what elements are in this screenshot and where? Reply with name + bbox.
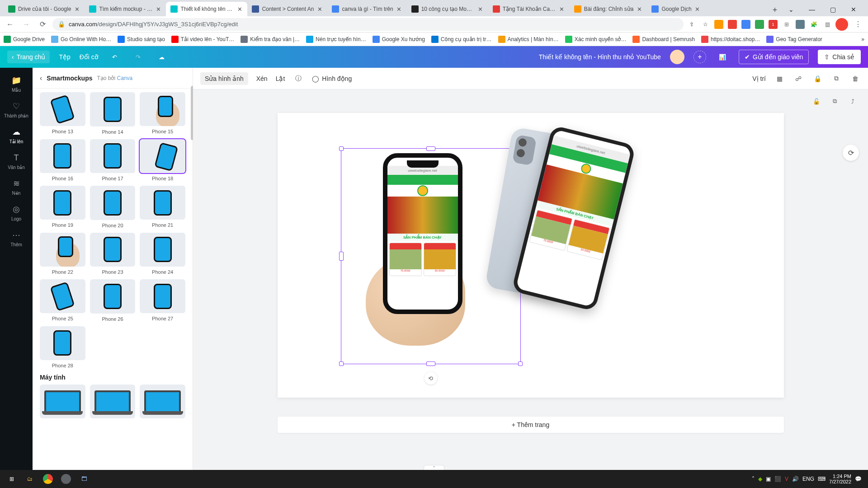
panel-back-button[interactable]: ‹ [40,74,42,82]
add-page-button[interactable]: + Thêm trang [278,417,784,433]
resize-menu[interactable]: Đổi cỡ [80,53,99,61]
add-member-button[interactable]: + [693,51,706,63]
mockup-item-laptop[interactable] [140,385,185,419]
nav-back-button[interactable]: ← [4,18,16,31]
user-avatar[interactable] [670,50,684,64]
tray-nvidia-icon[interactable]: ◆ [758,476,762,482]
panel-author-link[interactable]: Canva [117,75,133,81]
tray-antivirus-icon[interactable]: V [785,476,788,482]
ext-icon[interactable] [728,20,737,29]
lock-icon[interactable]: 🔒 [812,73,823,84]
mockup-item[interactable]: Phone 25 [40,279,85,322]
mockup-item[interactable]: Phone 16 [40,139,85,182]
resize-handle-n[interactable] [426,146,435,151]
mockup-item[interactable]: Phone 18 [140,139,185,182]
tab-close-button[interactable]: ✕ [477,6,484,12]
resize-handle-s[interactable] [426,361,435,366]
browser-tab[interactable]: canva là gì - Tìm trên✕ [327,2,406,16]
mockup-item[interactable]: Phone 22 [40,233,85,275]
send-to-teacher-button[interactable]: ✔Gửi đến giáo viên [739,50,809,64]
panel-content[interactable]: Phone 13Phone 14Phone 15Phone 16Phone 17… [33,89,193,470]
taskbar-chrome-canary-icon[interactable] [57,470,75,488]
browser-tab[interactable]: Thiết kế không tên - H✕ [166,2,247,16]
document-title[interactable]: Thiết kế không tên - Hình thu nhỏ YouTub… [539,53,661,61]
ext-icon[interactable]: 1 [769,20,778,29]
browser-tab[interactable]: Drive của tôi - Google✕ [4,2,85,16]
file-menu[interactable]: Tệp [59,53,70,61]
link-icon[interactable]: ☍ [793,73,804,84]
bookmark-item[interactable]: https://doitac.shop… [701,36,760,43]
taskbar-chrome-icon[interactable] [39,470,57,488]
canvas-area[interactable]: Sửa hình ảnh Xén Lật ⓘ ◯Hình động Vị trí… [193,68,868,470]
bookmark-item[interactable]: Dashboard | Semrush [632,36,695,43]
url-input[interactable]: 🔒 canva.com/design/DAFHIhgjY5Y/vJ3gWS_3S… [52,18,684,31]
ext-icon[interactable] [741,20,750,29]
bookmark-item[interactable]: Nén trực tuyến hìn… [306,36,366,43]
info-icon[interactable]: ⓘ [293,73,304,84]
rail-item-thêm[interactable]: ⋯Thêm [0,226,33,251]
new-tab-button[interactable]: + [769,4,781,16]
design-page[interactable]: ⟲ uiwebsitegiare.net SẢN PHẨM BÁN CHẠY 7… [278,113,784,398]
rail-item-tải lên[interactable]: ☁Tải lên [0,123,33,148]
profile-avatar-button[interactable] [835,18,848,31]
edit-image-button[interactable]: Sửa hình ảnh [200,72,248,85]
tray-notifications-icon[interactable]: 💬 [855,476,862,482]
bookmark-item[interactable]: Analytics | Màn hìn… [498,36,559,43]
nav-reload-button[interactable]: ⟳ [36,18,49,31]
tab-close-button[interactable]: ✕ [236,6,243,12]
ext-icon[interactable] [796,20,805,29]
tray-icon[interactable]: ▣ [766,476,771,482]
tray-up-icon[interactable]: ˄ [752,476,755,482]
animate-button[interactable]: ◯Hình động [312,75,352,82]
ext-icon[interactable]: ⊞ [782,20,791,29]
analytics-icon[interactable]: 📊 [715,50,730,64]
mockup-item[interactable]: Phone 28 [40,326,85,368]
window-maximize-button[interactable]: ▢ [823,3,843,16]
position-button[interactable]: Vị trí [752,75,766,82]
tray-keyboard-icon[interactable]: ⌨ [818,476,826,482]
mockup-phone-hand[interactable]: uiwebsitegiare.net SẢN PHẨM BÁN CHẠY 75.… [383,153,462,314]
chrome-dropdown-icon[interactable]: ⌄ [781,3,801,16]
tab-close-button[interactable]: ✕ [559,6,565,12]
browser-menu-button[interactable]: ⋮ [852,18,864,31]
share-button[interactable]: ⇧Chia sẻ [818,50,861,64]
mockup-item[interactable]: Phone 23 [90,233,136,275]
browser-tab[interactable]: Bài đăng: Chỉnh sửa✕ [570,2,647,16]
mockup-item[interactable]: Phone 14 [90,92,136,135]
page-lock-icon[interactable]: 🔓 [810,95,823,108]
start-button[interactable]: ⊞ [3,470,21,488]
resize-handle-se[interactable] [518,361,523,366]
share-url-icon[interactable]: ⇪ [687,20,696,29]
redo-button[interactable]: ↷ [131,50,146,64]
crop-button[interactable]: Xén [256,75,268,82]
tab-close-button[interactable]: ✕ [694,6,701,12]
browser-tab[interactable]: Content > Content An✕ [247,2,327,16]
mockup-item-laptop[interactable] [90,385,136,419]
window-minimize-button[interactable]: — [802,3,822,16]
rail-item-nền[interactable]: ≋Nền [0,174,33,199]
tab-close-button[interactable]: ✕ [155,6,161,12]
taskbar-app-icon[interactable]: 🗔 [75,470,93,488]
page-export-icon[interactable]: ⤴ [846,95,859,108]
mockup-phone-tilted[interactable]: uiwebsitegiare.net SẢN PHẨM BÁN CHẠY 75.… [511,125,636,312]
refresh-mockup-button[interactable]: ⟳ [843,145,859,161]
bookmark-item[interactable]: Công cụ quản trị tr… [431,36,492,43]
browser-tab[interactable]: 10 công cụ tạo Mocku✕ [407,2,488,16]
page-duplicate-icon[interactable]: ⧉ [828,95,841,108]
delete-icon[interactable]: 🗑 [850,73,861,84]
bookmark-item[interactable]: Kiểm tra đạo văn |… [241,36,300,43]
bookmark-item[interactable]: Go Online With Ho… [51,36,111,43]
tab-close-button[interactable]: ✕ [74,6,80,12]
bookmark-star-icon[interactable]: ☆ [701,20,710,29]
rail-item-văn bản[interactable]: TVăn bản [0,149,33,174]
tab-close-button[interactable]: ✕ [396,6,402,12]
mockup-item[interactable]: Phone 13 [40,92,85,135]
rail-item-thành phần[interactable]: ♡Thành phần [0,97,33,122]
nav-forward-button[interactable]: → [20,18,33,31]
resize-handle-w[interactable] [339,252,344,261]
duplicate-icon[interactable]: ⧉ [831,73,842,84]
ext-icon[interactable] [714,20,723,29]
home-button[interactable]: ‹Trang chủ [7,51,50,63]
mockup-item[interactable]: Phone 21 [140,186,185,228]
mockup-item-laptop[interactable] [40,385,85,419]
